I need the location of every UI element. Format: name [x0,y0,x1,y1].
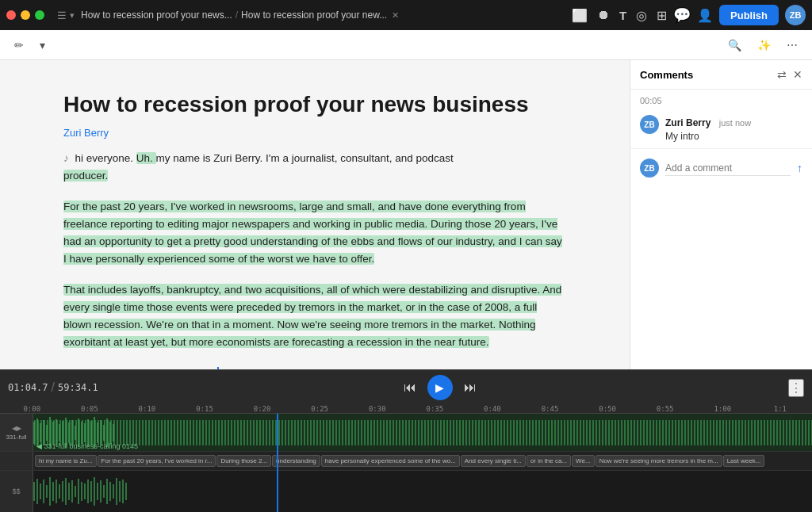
svg-rect-44 [84,483,86,499]
maximize-button[interactable] [35,10,44,20]
svg-rect-53 [113,484,114,499]
magic-button[interactable]: ✨ [753,36,776,55]
ruler-8: 0:40 [464,405,522,413]
comment-input[interactable] [665,161,791,176]
svg-rect-2 [33,422,35,444]
svg-rect-4 [40,423,41,442]
timeline-more-button[interactable]: ⋮ [788,379,804,397]
paragraph-2: That includes layoffs, bankruptcy, and t… [63,281,566,352]
comments-panel: Comments ⇄ ✕ 00:05 ZB Zuri Berry just no… [630,60,812,369]
comments-close-icon[interactable]: ✕ [793,68,802,81]
edit-button[interactable]: ✏ [10,36,29,55]
skip-back-button[interactable]: ⏮ [399,376,421,399]
ruler-marks: 0:00 0:05 0:10 0:15 0:20 0:25 0:30 0:35 … [3,405,809,413]
ruler-10: 0:50 [579,405,637,413]
publish-button[interactable]: Publish [719,5,779,25]
svg-rect-26 [109,422,111,444]
main-area: How to recession proof your news busines… [0,60,812,369]
caption-chip-3: During those 2... [216,455,271,467]
waveform-section: ◀▶ 331-full [0,414,812,512]
breadcrumb-item-2[interactable]: How to recession proof your new... [241,10,387,21]
svg-rect-8 [52,422,54,444]
ruler-9: 0:45 [521,405,579,413]
timeline-header: 01:04.7 / 59:34.1 ⏮ ▶ ⏭ ⋮ [0,369,812,405]
play-button[interactable]: ▶ [427,375,453,400]
svg-rect-28 [33,482,35,501]
media-icon[interactable]: ⬜ [572,8,588,23]
search-button[interactable]: 🔍 [723,36,746,55]
svg-rect-40 [71,480,73,502]
svg-rect-11 [62,421,63,445]
svg-rect-39 [68,483,70,500]
svg-rect-29 [36,479,38,504]
comment-text-1: My intro [665,131,802,142]
captions-chips: hi my name is Zu... For the past 20 year… [33,452,812,470]
topbar: ☰ ▾ How to recession proof your news... … [0,0,812,30]
close-button[interactable] [6,10,16,20]
grid-icon[interactable]: ⊞ [657,8,667,23]
svg-rect-49 [100,480,102,502]
comment-send-button[interactable]: ↑ [797,162,802,174]
music-paragraph: ♪ hi everyone. Uh. my name is Zuri Berry… [63,150,566,185]
svg-rect-57 [125,483,127,500]
minimize-button[interactable] [21,10,30,20]
text-icon[interactable]: T [619,9,626,22]
ruler-13: 1:1 [752,405,810,413]
svg-rect-55 [119,481,121,502]
breadcrumb: How to recession proof your news... / Ho… [81,10,565,21]
track-file-label: ◀ 331-full business-calling 0145 [36,442,138,450]
caption-chip-10: Last week... [723,455,765,467]
editor-area[interactable]: How to recession proof your news busines… [0,60,630,369]
caption-chip-6: And every single ti... [461,455,526,467]
svg-rect-13 [68,422,70,443]
para1-highlighted: For the past 20 years, I've worked in ne… [63,201,562,266]
comments-icon[interactable]: 💬 [673,6,691,24]
user-avatar[interactable]: ZB [785,5,806,25]
svg-rect-46 [90,481,92,502]
comment-timestamp: 00:05 [630,90,812,109]
svg-rect-37 [62,481,63,502]
second-track-label: $$ [0,471,33,512]
audio-track-label: ◀▶ 331-full [0,414,33,451]
svg-rect-45 [87,480,89,503]
track-name-label: 331-full [6,434,26,441]
paragraph-1: For the past 20 years, I've worked in ne… [63,198,566,269]
svg-rect-51 [106,479,108,504]
shape-icon[interactable]: ◎ [636,8,647,23]
caption-chip-4: understanding [272,455,320,467]
current-time: 01:04.7 [8,382,48,393]
ruler-11: 0:55 [636,405,694,413]
comment-input-avatar: ZB [640,159,659,178]
skip-forward-button[interactable]: ⏭ [459,376,481,399]
topbar-menu-icon[interactable]: ☰ ▾ [57,10,75,21]
timeline-ruler: 0:00 0:05 0:10 0:15 0:20 0:25 0:30 0:35 … [0,405,812,414]
timeline-area: 01:04.7 / 59:34.1 ⏮ ▶ ⏭ ⋮ 0:00 0:05 0:10… [0,369,812,512]
second-audio-waveform [33,471,812,512]
tab-close-icon[interactable]: ✕ [392,10,399,21]
svg-rect-22 [97,422,98,443]
ruler-0: 0:00 [3,405,61,413]
audio-waveform: ◀ 331-full business-calling 0145 [33,414,812,451]
svg-rect-32 [46,485,48,498]
svg-rect-30 [40,483,41,499]
svg-rect-27 [113,424,114,441]
caption-chip-8: We... [572,455,595,467]
svg-rect-1 [33,414,812,451]
music-icon: ♪ [63,152,69,164]
toolbar-dropdown[interactable]: ▾ [35,36,50,55]
svg-rect-36 [59,484,60,499]
para2-highlighted: That includes layoffs, bankruptcy, and t… [63,284,561,349]
caption-chip-7: or in the ca... [527,455,571,467]
total-time: 59:34.1 [58,382,98,393]
more-button[interactable]: ⋯ [782,36,802,55]
profile-icon[interactable]: 👤 [697,8,713,23]
comment-when-1: just now [719,118,751,128]
breadcrumb-item-1[interactable]: How to recession proof your news... [81,10,232,21]
comments-filter-icon[interactable]: ⇄ [777,68,787,81]
record-icon[interactable]: ⏺ [597,8,610,22]
svg-rect-56 [122,480,124,503]
time-separator: / [52,380,55,395]
second-track-label-text: $$ [12,487,20,495]
toolbar: ✏ ▾ 🔍 ✨ ⋯ [0,30,812,60]
document-author: Zuri Berry [63,127,566,139]
